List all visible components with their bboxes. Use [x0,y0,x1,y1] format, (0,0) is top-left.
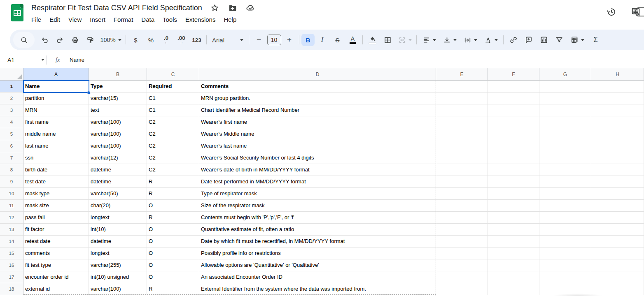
cell-B18[interactable]: varchar(100) [89,283,147,295]
cell-B4[interactable]: varchar(100) [89,116,147,128]
cell-F15[interactable] [488,247,539,259]
strikethrough-button[interactable]: S [330,34,345,46]
cell-B5[interactable]: varchar(100) [89,128,147,140]
cell-G16[interactable] [539,259,591,271]
cell-C14[interactable]: O [147,236,199,247]
column-header-G[interactable]: G [539,68,591,81]
cell-G4[interactable] [539,116,591,128]
cell-B17[interactable]: int(10) unsigned [89,271,147,283]
document-title[interactable]: Respirator Fit Test Data CSV API Field S… [31,4,202,12]
cell-D14[interactable]: Date by which fit must be recertified, i… [199,236,436,247]
cell-B16[interactable]: varchar(255) [89,259,147,271]
decrease-font-size-button[interactable]: − [251,34,266,46]
select-all-corner[interactable] [0,68,23,81]
cell-D4[interactable]: Wearer's first name [199,116,436,128]
cell-C11[interactable]: O [147,200,199,212]
cell-G8[interactable] [539,164,591,176]
row-header-14[interactable]: 14 [0,236,23,247]
functions-button[interactable]: Σ [588,34,603,46]
cell-D2[interactable]: MRN group partition. [199,92,436,104]
menu-extensions[interactable]: Extensions [181,15,219,24]
cell-H15[interactable] [591,247,644,259]
number-format-button[interactable]: 123 [189,34,204,46]
row-header-10[interactable]: 10 [0,188,23,200]
cell-A12[interactable]: pass fail [23,212,89,224]
cell-F14[interactable] [488,236,539,247]
cell-H6[interactable] [591,140,644,152]
cell-G3[interactable] [539,104,591,116]
row-header-8[interactable]: 8 [0,164,23,176]
decrease-decimal-button[interactable]: .0 ← [159,34,174,46]
italic-button[interactable]: I [315,34,330,46]
cell-A14[interactable]: retest date [23,236,89,247]
cell-D17[interactable]: An associated Encounter Order ID [199,271,436,283]
cell-B13[interactable]: int(10) [89,224,147,236]
menu-help[interactable]: Help [219,15,240,24]
row-header-12[interactable]: 12 [0,212,23,224]
increase-font-size-button[interactable]: + [282,34,297,46]
row-header-5[interactable]: 5 [0,128,23,140]
cell-B14[interactable]: datetime [89,236,147,247]
menu-edit[interactable]: Edit [45,15,64,24]
cell-H8[interactable] [591,164,644,176]
cell-E4[interactable] [436,116,488,128]
cell-G13[interactable] [539,224,591,236]
cell-H13[interactable] [591,224,644,236]
cell-B3[interactable]: text [89,104,147,116]
cell-F3[interactable] [488,104,539,116]
row-header-1[interactable]: 1 [0,81,23,92]
cell-F11[interactable] [488,200,539,212]
cell-G15[interactable] [539,247,591,259]
paint-format-button[interactable] [83,34,98,46]
sheets-logo-icon[interactable] [11,4,23,21]
cell-F10[interactable] [488,188,539,200]
search-button[interactable] [13,32,35,48]
cell-B7[interactable]: varchar(12) [89,152,147,164]
cell-E15[interactable] [436,247,488,259]
column-header-B[interactable]: B [89,68,147,81]
cell-E12[interactable] [436,212,488,224]
insert-link-button[interactable] [506,34,521,46]
vertical-align-button[interactable] [439,34,460,46]
column-header-H[interactable]: H [591,68,644,81]
horizontal-align-button[interactable] [419,34,439,46]
cell-H16[interactable] [591,259,644,271]
row-header-17[interactable]: 17 [0,271,23,283]
menu-data[interactable]: Data [137,15,159,24]
fill-handle[interactable] [87,91,91,95]
cell-D12[interactable]: Contents must begin with 'P','p','F', or… [199,212,436,224]
borders-button[interactable] [380,34,395,46]
cell-E3[interactable] [436,104,488,116]
cell-A11[interactable]: mask size [23,200,89,212]
cell-E17[interactable] [436,271,488,283]
cell-C9[interactable]: R [147,176,199,188]
cell-E1[interactable] [436,81,488,92]
cell-D7[interactable]: Wearer's Social Security Number or last … [199,152,436,164]
cell-A9[interactable]: test date [23,176,89,188]
cell-F7[interactable] [488,152,539,164]
cell-C8[interactable]: C2 [147,164,199,176]
cell-C17[interactable]: O [147,271,199,283]
row-header-16[interactable]: 16 [0,259,23,271]
cell-D13[interactable]: Quantitative estimate of fit, often a ra… [199,224,436,236]
row-header-13[interactable]: 13 [0,224,23,236]
cell-B15[interactable]: longtext [89,247,147,259]
cell-A7[interactable]: ssn [23,152,89,164]
column-header-A[interactable]: A [23,68,89,81]
cell-C1[interactable]: Required [147,81,199,92]
cell-E18[interactable] [436,283,488,295]
menu-format[interactable]: Format [110,15,138,24]
menu-tools[interactable]: Tools [159,15,181,24]
cell-D10[interactable]: Type of respirator mask [199,188,436,200]
undo-button[interactable] [37,34,52,46]
cell-D1[interactable]: Comments [199,81,436,92]
cell-D8[interactable]: Wearer's date of birth in MM/DD/YYYY for… [199,164,436,176]
row-header-7[interactable]: 7 [0,152,23,164]
print-button[interactable] [68,34,83,46]
cell-A10[interactable]: mask type [23,188,89,200]
cell-D16[interactable]: Allowable options are 'Quantitative' or … [199,259,436,271]
cell-A5[interactable]: middle name [23,128,89,140]
column-header-E[interactable]: E [436,68,488,81]
cell-E10[interactable] [436,188,488,200]
create-filter-button[interactable] [551,34,567,46]
